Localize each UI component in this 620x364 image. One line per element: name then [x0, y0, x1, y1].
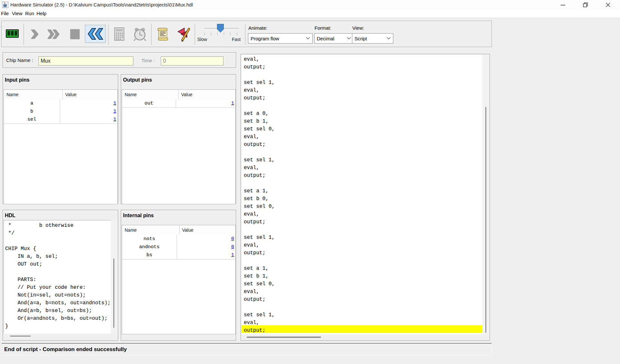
column-header-value[interactable]: Value: [63, 90, 118, 99]
menu-file[interactable]: File: [1, 11, 9, 17]
pin-name: b: [4, 107, 60, 116]
minimize-icon: [560, 2, 566, 8]
format-select[interactable]: Decimal: [314, 33, 354, 44]
table-row: b 1: [4, 107, 118, 116]
output-pins-title: Output pins: [123, 77, 152, 83]
close-icon: [605, 2, 611, 8]
rewind-icon: [87, 27, 104, 41]
chip-name-field[interactable]: Mux: [38, 56, 133, 66]
breakpoints-button[interactable]: [174, 27, 192, 42]
table-row: sel 1: [4, 116, 118, 124]
view-select[interactable]: Script: [352, 33, 393, 44]
pin-name: a: [4, 99, 60, 107]
animate-select[interactable]: Program flow: [248, 33, 313, 44]
status-message: End of script - Comparison ended success…: [2, 346, 127, 353]
chevron-down-icon: [306, 37, 310, 40]
toolbar-separator: [108, 24, 108, 45]
calculator-icon: [114, 27, 125, 41]
column-header-value[interactable]: Value: [179, 90, 235, 99]
chevron-down-icon: [347, 37, 351, 40]
pin-value[interactable]: 1: [60, 99, 118, 107]
menu-help[interactable]: Help: [36, 11, 46, 17]
hdl-horizontal-scrollbar[interactable]: [4, 334, 118, 339]
restore-button[interactable]: [576, 0, 595, 10]
stop-button[interactable]: [69, 29, 80, 40]
script-current-line-highlight: [242, 325, 482, 333]
hdl-code-view[interactable]: * b otherwise */ CHIP Mux { IN a, b, sel…: [4, 220, 111, 334]
clock-button[interactable]: [132, 27, 148, 42]
animate-selected-value: Program flow: [251, 36, 279, 41]
run-button[interactable]: [46, 28, 60, 40]
table-header-row: Name Value: [122, 90, 235, 100]
chip-name-label: Chip Name :: [6, 57, 33, 63]
close-button[interactable]: [599, 0, 617, 10]
minimize-button[interactable]: [553, 0, 572, 10]
script-vertical-scrollbar[interactable]: [482, 55, 490, 334]
format-label: Format:: [315, 25, 331, 31]
script-horizontal-scrollbar-thumb[interactable]: [247, 337, 321, 338]
single-step-button[interactable]: [29, 28, 40, 40]
slider-slow-label: Slow: [197, 37, 207, 42]
load-script-button[interactable]: [156, 27, 170, 42]
input-pins-title: Input pins: [5, 77, 29, 83]
reset-button[interactable]: [85, 25, 106, 43]
toolbar-separator: [245, 24, 245, 45]
internal-pins-title: Internal pins: [123, 213, 154, 218]
table-header-row: Name Value: [4, 90, 118, 100]
step-arrow-icon: [30, 28, 39, 40]
toolbar-separator: [151, 24, 151, 45]
hdl-code: * b otherwise */ CHIP Mux { IN a, b, sel…: [5, 222, 110, 330]
alarm-clock-icon: [132, 27, 147, 42]
script-horizontal-scrollbar[interactable]: [242, 334, 490, 340]
internal-pins-panel: Internal pins Name Value nots 0 andnots …: [121, 210, 236, 341]
input-pins-panel: Input pins Name Value a 1 b 1 sel 1: [3, 74, 118, 204]
pin-name: nots: [122, 235, 177, 243]
hdl-vertical-scrollbar[interactable]: [111, 220, 118, 334]
title-bar: Hardware Simulator (2.5) - D:\Kalvium Ca…: [0, 0, 620, 10]
hdl-panel: HDL * b otherwise */ CHIP Mux { IN a, b,…: [3, 210, 118, 341]
column-header-name[interactable]: Name: [4, 90, 63, 99]
pin-value[interactable]: 1: [60, 116, 118, 124]
animate-label: Animate:: [248, 25, 267, 31]
hdl-vertical-scrollbar-thumb[interactable]: [113, 258, 114, 328]
load-chip-button[interactable]: [5, 27, 20, 41]
pin-value[interactable]: 1: [177, 251, 235, 259]
pin-value[interactable]: 0: [177, 235, 235, 243]
hdl-horizontal-scrollbar-thumb[interactable]: [10, 336, 31, 337]
time-label: Time :: [141, 58, 155, 63]
table-row: a 1: [4, 99, 118, 108]
column-header-name[interactable]: Name: [122, 225, 180, 235]
hdl-title: HDL: [5, 213, 16, 218]
restore-icon: [583, 2, 588, 8]
pin-name: out: [122, 99, 176, 107]
java-coffee-cup-icon: [2, 2, 8, 8]
menu-view[interactable]: View: [12, 11, 22, 17]
column-header-name[interactable]: Name: [122, 90, 179, 99]
slider-fast-label: Fast: [232, 37, 241, 42]
calculator-button[interactable]: [112, 27, 127, 42]
pin-value[interactable]: 1: [176, 99, 235, 107]
status-bar: End of script - Comparison ended success…: [2, 343, 492, 356]
pin-name: sel: [4, 116, 60, 124]
window-title: Hardware Simulator (2.5) - D:\Kalvium Ca…: [10, 2, 193, 7]
time-field[interactable]: 0: [161, 56, 223, 66]
pin-value[interactable]: 0: [177, 243, 235, 251]
memory-chip-icon: [5, 28, 19, 40]
speed-slider-thumb[interactable]: [217, 24, 224, 33]
toolbar-separator: [195, 24, 195, 45]
table-row: nots 0: [122, 235, 235, 243]
column-header-value[interactable]: Value: [180, 225, 235, 235]
toolbar-separator: [24, 24, 24, 45]
script-vertical-scrollbar-thumb[interactable]: [485, 107, 486, 333]
fast-forward-icon: [47, 28, 60, 40]
format-selected-value: Decimal: [317, 36, 334, 41]
input-pins-table: Name Value a 1 b 1 sel 1: [4, 89, 118, 204]
pin-value[interactable]: 1: [60, 107, 118, 116]
table-header-row: Name Value: [122, 225, 235, 235]
pin-name: bs: [122, 251, 177, 259]
menu-bar: File View Run Help: [0, 10, 620, 18]
table-row: bs 1: [122, 251, 235, 259]
script-view[interactable]: eval, output; set sel 1, eval, output; s…: [242, 55, 482, 334]
slider-ticks: [204, 33, 237, 35]
menu-run[interactable]: Run: [25, 11, 34, 17]
